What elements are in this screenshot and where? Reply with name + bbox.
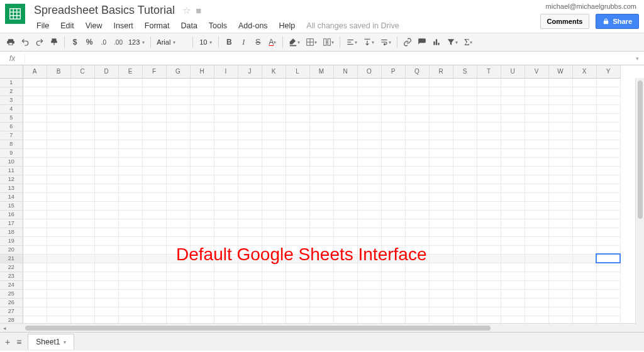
cell[interactable] xyxy=(429,148,453,157)
cell[interactable] xyxy=(525,236,548,245)
cell[interactable] xyxy=(286,280,309,289)
cell[interactable] xyxy=(381,219,405,228)
cell[interactable] xyxy=(262,210,286,219)
cell[interactable] xyxy=(47,201,70,210)
cell[interactable] xyxy=(477,131,501,140)
cell[interactable] xyxy=(47,78,70,87)
cell[interactable] xyxy=(190,78,214,87)
cell[interactable] xyxy=(572,192,596,201)
cell[interactable] xyxy=(286,316,309,323)
cell[interactable] xyxy=(477,148,501,157)
cell[interactable] xyxy=(525,280,548,289)
cell[interactable] xyxy=(357,175,381,184)
column-header[interactable]: T xyxy=(477,65,501,78)
insert-link-button[interactable] xyxy=(401,35,414,50)
cell[interactable] xyxy=(453,254,477,263)
cell[interactable] xyxy=(333,219,357,228)
insert-comment-button[interactable] xyxy=(415,35,429,50)
sheet-tab-menu-icon[interactable]: ▾ xyxy=(64,339,66,345)
cell[interactable] xyxy=(47,307,70,316)
cell[interactable] xyxy=(70,219,94,228)
cell[interactable] xyxy=(381,298,405,307)
cell[interactable] xyxy=(70,104,94,113)
cell[interactable] xyxy=(477,272,501,280)
cell[interactable] xyxy=(405,289,429,298)
cell[interactable] xyxy=(118,87,142,96)
cell[interactable] xyxy=(477,113,501,122)
row-header[interactable]: 15 xyxy=(0,201,23,210)
cell[interactable] xyxy=(309,280,333,289)
cell[interactable] xyxy=(309,236,333,245)
cell[interactable] xyxy=(453,316,477,323)
cell[interactable] xyxy=(262,87,286,96)
column-header[interactable]: E xyxy=(118,65,142,78)
cell[interactable] xyxy=(142,87,166,96)
font-size-dropdown[interactable]: 10▾ xyxy=(196,35,215,49)
cell[interactable] xyxy=(70,272,94,280)
cell[interactable] xyxy=(214,192,238,201)
cell[interactable] xyxy=(548,316,572,323)
cell[interactable] xyxy=(238,175,262,184)
vscroll-thumb[interactable] xyxy=(638,80,643,219)
column-header[interactable]: O xyxy=(357,65,381,78)
cell[interactable] xyxy=(190,219,214,228)
cell[interactable] xyxy=(572,113,596,122)
cell[interactable] xyxy=(572,219,596,228)
all-sheets-button[interactable]: ≡ xyxy=(16,337,21,347)
cell[interactable] xyxy=(477,245,501,254)
column-header[interactable]: K xyxy=(262,65,286,78)
cell[interactable] xyxy=(405,192,429,201)
cell[interactable] xyxy=(309,166,333,175)
row-header[interactable]: 13 xyxy=(0,184,23,192)
cell[interactable] xyxy=(94,201,118,210)
cell[interactable] xyxy=(525,298,548,307)
menu-view[interactable]: View xyxy=(80,19,108,32)
cell[interactable] xyxy=(166,289,190,298)
cell[interactable] xyxy=(190,104,214,113)
cell[interactable] xyxy=(572,157,596,166)
cell[interactable] xyxy=(23,96,47,104)
cell[interactable] xyxy=(405,228,429,236)
cell[interactable] xyxy=(214,113,238,122)
cell[interactable] xyxy=(429,140,453,148)
cell[interactable] xyxy=(214,254,238,263)
cell[interactable] xyxy=(70,280,94,289)
cell[interactable] xyxy=(453,219,477,228)
row-header[interactable]: 10 xyxy=(0,157,23,166)
cell[interactable] xyxy=(118,236,142,245)
cell[interactable] xyxy=(548,263,572,272)
cell[interactable] xyxy=(477,263,501,272)
cell[interactable] xyxy=(166,298,190,307)
cell[interactable] xyxy=(477,184,501,192)
cell[interactable] xyxy=(238,96,262,104)
cell[interactable] xyxy=(94,307,118,316)
cell[interactable] xyxy=(477,175,501,184)
cell[interactable] xyxy=(214,131,238,140)
row-header[interactable]: 2 xyxy=(0,87,23,96)
cell[interactable] xyxy=(429,104,453,113)
cell[interactable] xyxy=(190,148,214,157)
cell[interactable] xyxy=(166,280,190,289)
cell[interactable] xyxy=(47,113,70,122)
cell[interactable] xyxy=(429,184,453,192)
cell[interactable] xyxy=(118,122,142,131)
cell[interactable] xyxy=(405,272,429,280)
cell[interactable] xyxy=(405,210,429,219)
cell[interactable] xyxy=(477,96,501,104)
cell[interactable] xyxy=(118,166,142,175)
cell[interactable] xyxy=(238,192,262,201)
cell[interactable] xyxy=(429,289,453,298)
cell[interactable] xyxy=(453,307,477,316)
cell[interactable] xyxy=(572,166,596,175)
cell[interactable] xyxy=(286,201,309,210)
cell[interactable] xyxy=(525,148,548,157)
undo-button[interactable] xyxy=(18,35,32,50)
cell[interactable] xyxy=(238,78,262,87)
cell[interactable] xyxy=(262,96,286,104)
cell[interactable] xyxy=(501,87,525,96)
cell[interactable] xyxy=(405,166,429,175)
cell[interactable] xyxy=(596,228,620,236)
cell[interactable] xyxy=(548,104,572,113)
cell[interactable] xyxy=(190,175,214,184)
cell[interactable] xyxy=(525,228,548,236)
